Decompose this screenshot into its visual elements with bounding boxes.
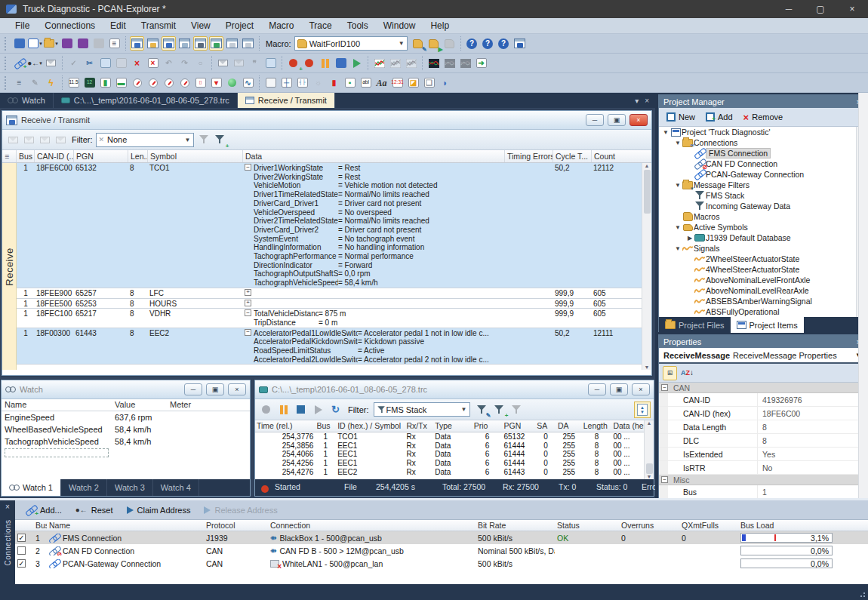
help-search-button[interactable]: ? — [497, 36, 511, 51]
textbox-button[interactable]: abl — [359, 75, 373, 90]
watch-titlebar[interactable]: Watch ─ ▣ × — [2, 380, 250, 399]
menu-view[interactable]: View — [183, 18, 218, 34]
property-row[interactable]: CAN-ID (hex)18FE6C00 — [659, 407, 866, 420]
help-button[interactable]: ? — [465, 36, 479, 51]
trace-titlebar[interactable]: C:\...\_temp\2016-06-01_08-06-05_278.trc… — [255, 380, 654, 399]
vertical-bar-button[interactable]: ▮ — [98, 75, 112, 90]
menu-connections[interactable]: Connections — [37, 18, 103, 34]
edit-message-button[interactable] — [22, 133, 36, 147]
trace-column-bus[interactable]: Bus — [315, 420, 336, 432]
message-note-button[interactable] — [38, 133, 52, 147]
lcd-display-button[interactable]: 12 — [82, 75, 97, 90]
switch-button[interactable]: ▪ — [343, 75, 357, 90]
checkbox-checked[interactable]: ✓ — [17, 534, 26, 542]
minimize-button[interactable]: ─ — [773, 0, 805, 18]
pm-scrollbar[interactable] — [858, 93, 868, 498]
doc-tab-inactive[interactable]: C:\...\_temp\2016-06-01_08-06-05_278.trc — [54, 93, 238, 108]
vertical-slider-button[interactable]: ┼ — [279, 75, 294, 90]
trace-row[interactable]: 254,37761TCO1RxData6651320255800 ... — [255, 432, 654, 442]
trace-autoscroll-button[interactable]: ▲▼ — [634, 402, 651, 418]
close-button[interactable]: × — [836, 0, 868, 18]
playback-button[interactable] — [349, 56, 364, 70]
oscilloscope-button[interactable] — [426, 56, 441, 70]
slider-scale-button[interactable]: ▾ — [209, 75, 223, 90]
rt-close-button[interactable]: × — [629, 114, 648, 126]
trace-pause-button[interactable] — [276, 402, 291, 417]
receive-message-row[interactable]: 118F00300614438EEC2−AcceleratorPedal1Low… — [17, 328, 642, 365]
page-setup-button[interactable]: ≡ — [107, 36, 122, 51]
macro-start-button[interactable]: ▶ — [426, 36, 441, 51]
menu-tools[interactable]: Tools — [340, 18, 376, 34]
chevron-down-icon[interactable]: ▼ — [674, 140, 682, 146]
toggle-project-manager-window[interactable] — [146, 36, 160, 51]
watch-tab-watch2[interactable]: Watch 2 — [61, 479, 107, 496]
trace-column-id-hex-symbol[interactable]: ID (hex.) / Symbol — [336, 420, 405, 432]
watch-new-entry-field[interactable] — [5, 448, 109, 457]
new-document-button[interactable]: ▾ — [28, 36, 42, 51]
cut-button[interactable]: ✂ — [82, 56, 97, 70]
trace-record-button[interactable] — [259, 402, 273, 417]
rt-minimize-button[interactable]: ─ — [586, 114, 604, 126]
property-category[interactable]: −Misc — [659, 475, 866, 485]
trace-column-rx-tx[interactable]: Rx/Tx — [405, 420, 433, 432]
remove-project-button[interactable]: ×Remove — [739, 110, 788, 125]
tree-item[interactable]: ABSEBSAmberWarningSignal — [659, 296, 866, 306]
find-button[interactable]: ○ — [193, 56, 208, 70]
apply-button[interactable]: ✓ — [66, 56, 81, 70]
trace-close-button[interactable]: × — [632, 383, 650, 395]
trace-restart-button[interactable]: ↻ — [328, 402, 343, 417]
trace-stop-button[interactable] — [294, 402, 308, 417]
trace-filter-add-button[interactable]: + — [492, 402, 506, 417]
trace-row[interactable]: 254,38561EEC1RxData6614440255800 ... — [255, 442, 654, 451]
connections-column-bit-rate[interactable]: Bit Rate — [476, 520, 555, 531]
menu-project[interactable]: Project — [218, 18, 261, 34]
tree-item[interactable]: Incoming Gateway Data — [659, 201, 866, 211]
instrument-list-button[interactable]: ≡ — [12, 75, 26, 90]
receive-vertical-scrollbar[interactable]: ▲▼ — [642, 163, 651, 370]
trace-column-prio[interactable]: Prio — [472, 420, 503, 432]
tab-close-icon[interactable]: × — [645, 97, 649, 105]
watch-restore-button[interactable]: ▣ — [206, 383, 224, 395]
toggle-message-window[interactable] — [225, 36, 239, 51]
trace-filter-edit-button[interactable]: ✎ — [475, 402, 489, 417]
properties-object-selector[interactable]: ReceiveMessage ReceiveMessage Properties… — [659, 348, 866, 364]
property-row[interactable]: Data Length8 — [659, 420, 866, 434]
gauge-360-button[interactable] — [177, 75, 192, 90]
watch-column-name[interactable]: Name — [2, 399, 112, 411]
reset-button[interactable]: ●←Reset — [69, 504, 119, 516]
plotter-pause-button[interactable] — [388, 56, 402, 70]
property-row[interactable]: IsExtendedYes — [659, 448, 866, 461]
tree-item[interactable]: 2WheelSteerActuatorState — [659, 254, 866, 264]
paste-button[interactable] — [114, 56, 128, 70]
doc-tab-inactive[interactable]: Watch — [0, 93, 54, 108]
net-connector-button[interactable]: ●←▾ — [28, 56, 42, 70]
plotter-save-button[interactable] — [404, 56, 418, 70]
watch-tab-watch4[interactable]: Watch 4 — [153, 479, 199, 496]
new-connection-button[interactable] — [12, 36, 26, 51]
tree-item[interactable]: 4WheelSteerActuatorState — [659, 264, 866, 275]
expand-icon[interactable]: + — [245, 289, 251, 296]
tree-item[interactable]: ▼▼Message Filters — [659, 180, 866, 190]
image-button[interactable]: ◪ — [406, 75, 420, 90]
connections-column-overruns[interactable]: Overruns — [619, 520, 679, 531]
trace-column-length[interactable]: Length — [582, 420, 612, 432]
level-bar-button[interactable]: ▮ — [327, 75, 341, 90]
alphabetical-sort-button[interactable]: AZ↓ — [680, 366, 694, 380]
connect-button[interactable]: + — [12, 56, 26, 70]
tree-item[interactable]: ▶J1939 Default Database — [659, 232, 866, 243]
undo-button[interactable]: ↶ — [162, 56, 176, 70]
receive-transmit-titlebar[interactable]: Receive / Transmit ─ ▣ × — [2, 111, 651, 130]
trace-filter-remove-button[interactable] — [509, 402, 524, 417]
new-message-button[interactable] — [6, 133, 20, 147]
macro-edit-button[interactable]: ✎ — [411, 36, 425, 51]
menu-edit[interactable]: Edit — [103, 18, 134, 34]
line-plotter-button[interactable] — [372, 56, 386, 70]
toggle-symbols-window[interactable] — [177, 36, 192, 51]
property-row[interactable]: DLC8 — [659, 434, 866, 448]
menu-file[interactable]: File — [8, 18, 37, 34]
maximize-button[interactable]: ▢ — [805, 0, 836, 18]
connections-column-connection[interactable]: Connection — [268, 520, 476, 531]
property-row[interactable]: Bus1 — [659, 485, 866, 498]
trace-row[interactable]: 254,40661EEC1RxData6614440255800 ... — [255, 450, 654, 459]
toggle-connections-window[interactable] — [162, 36, 176, 51]
